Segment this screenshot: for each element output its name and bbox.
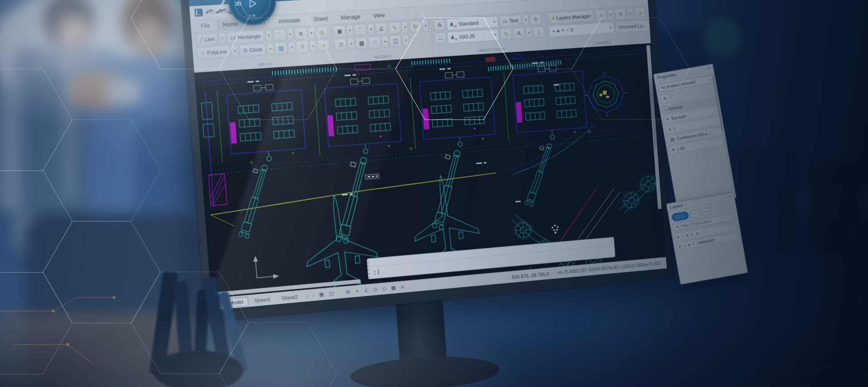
next-sheet-button[interactable]: › (311, 292, 316, 298)
layers-toggle[interactable]: ◯◯ (671, 211, 689, 222)
rectangle-dropdown[interactable]: A⊘▾ (265, 29, 272, 42)
text-style-select[interactable]: A⊘Standard▾ (446, 16, 499, 31)
split-view-icon[interactable]: ◫ (327, 290, 336, 297)
mirror-dropdown[interactable]: A⊘▾ (402, 34, 410, 47)
copy-dropdown[interactable]: A⊘▾ (346, 24, 354, 37)
ring-button[interactable]: A⊘◎▾ (316, 26, 328, 39)
copy-button[interactable]: A⊘▣▾ (333, 25, 346, 38)
app-icon (194, 9, 203, 17)
rotate-dropdown[interactable]: A⊘▾ (422, 20, 429, 32)
layer-new-button[interactable]: A⊘≡▾ (594, 9, 607, 21)
polyline-button[interactable]: A⊘∿PolyLine▾ (197, 45, 231, 59)
text-options-button[interactable]: A⊘A▾ (529, 13, 542, 25)
rectangle-button[interactable]: A⊘▭Rectangle▾ (227, 30, 265, 44)
move-button[interactable]: A⊘∷▾ (368, 36, 381, 49)
erase-dropdown[interactable]: A⊘▾ (401, 21, 409, 33)
layer-freeze-icon: ◆ (557, 28, 560, 33)
layer-visible-icon: ● (552, 29, 555, 33)
line-button[interactable]: A⊘╱Line▾ (196, 33, 218, 46)
polar-icon[interactable]: ∠ (362, 287, 371, 294)
leader-button[interactable]: A⊘✎▾ (500, 28, 512, 40)
text-dropdown[interactable]: A⊘▾ (522, 14, 529, 26)
polyline-dropdown[interactable]: A⊘▾ (231, 45, 238, 57)
select-cursor-button[interactable]: ↖ (660, 93, 671, 104)
erase-button[interactable]: A⊘✎▾ (388, 22, 401, 34)
esnap-icon[interactable]: ⊙ (371, 286, 380, 293)
tab-file[interactable]: File (194, 20, 217, 32)
fillet-button[interactable]: A⊘⌒▾ (354, 24, 367, 36)
smart-dimension-button[interactable]: A⊘↔▾ (434, 32, 447, 45)
arc-dropdown[interactable]: A⊘▾ (287, 28, 294, 40)
grid-view-icon[interactable]: ▦ (317, 291, 326, 298)
coordinates-readout: 609.876,-28.785,0 (508, 271, 553, 280)
note-button[interactable]: A⊘A▾ (434, 19, 446, 32)
chair-2 (809, 160, 861, 255)
panel-menu-icon[interactable]: ≡ (708, 66, 711, 71)
tab-view[interactable]: View (367, 9, 391, 22)
text-button[interactable]: A⊘▭Text▾ (499, 14, 522, 28)
layer-lock-dropdown[interactable]: A⊘▾ (646, 6, 653, 18)
tab-annotate[interactable]: Annotate (272, 14, 307, 28)
point-dropdown[interactable]: A⊘▾ (309, 40, 316, 52)
search-icon (675, 225, 679, 229)
new-layer-button[interactable]: ≡ (690, 209, 701, 218)
command-scroll[interactable]: ▴▾ (609, 237, 614, 245)
more-draw-button[interactable]: A⊘▾▾ (317, 39, 330, 52)
fillet-dropdown[interactable]: A⊘▾ (368, 23, 375, 35)
layer-new-dropdown[interactable]: A⊘▾ (607, 9, 614, 21)
circle-dropdown[interactable]: A⊘▾ (267, 42, 274, 55)
pattern-button[interactable]: A⊘▦▾ (355, 37, 368, 50)
chamfer-button[interactable]: A⊘∠▾ (375, 23, 388, 35)
ellipse-button[interactable]: A⊘⊚▾ (294, 27, 307, 40)
layer-freeze-button[interactable]: A⊘≡▾ (614, 8, 626, 20)
annotation-dropdown[interactable]: A⊘▾ (525, 27, 532, 39)
chair-1 (737, 147, 798, 255)
layers-title: Layers (670, 203, 683, 210)
layer-freeze-dropdown[interactable]: A⊘▾ (627, 8, 634, 19)
command-prompt: : (373, 269, 377, 276)
point-pattern-button[interactable]: A⊘⠿▾ (296, 41, 309, 53)
layer-state-box[interactable]: Unsaved La... (615, 19, 654, 33)
chevron-down-icon: ▾ (610, 26, 612, 29)
badge-3d-label: 3D (235, 1, 241, 6)
chevron-down-icon: ▾ (708, 78, 710, 81)
hatch-dropdown[interactable]: A⊘▾ (288, 41, 295, 53)
ellipse-dropdown[interactable]: A⊘▾ (308, 27, 315, 39)
layer-print-icon: ○ (566, 28, 569, 33)
line-dropdown[interactable]: A⊘▾ (219, 32, 226, 44)
layer-edit-icon: ✎ (561, 28, 565, 33)
lineweight-icon[interactable]: ▦ (389, 284, 398, 291)
sheet2-tab[interactable]: Sheet2 (276, 292, 303, 303)
snap-icon[interactable]: + (353, 288, 362, 295)
current-layer-select[interactable]: ● ◆ ✎ ○ 0 ▾ (549, 22, 615, 37)
ribbon-section-annotation: A⊘A▾A⊘Standard▾A⊘▭Text▾A⊘▾A⊘A▾ A⊘↔▾A⊘ISO… (431, 13, 549, 57)
sheet1-tab[interactable]: Sheet1 (249, 294, 276, 306)
stretch-button[interactable]: A⊘⊐▾ (334, 38, 347, 51)
stretch-dropdown[interactable]: A⊘▾ (348, 38, 355, 50)
tab-sheet[interactable]: Sheet (307, 13, 334, 25)
options-icon[interactable]: ≡ (398, 284, 407, 291)
etrack-icon[interactable]: ◇ (380, 285, 389, 292)
tab-manage[interactable]: Manage (334, 11, 367, 24)
chevron-down-icon: ▾ (665, 108, 666, 111)
circle-button[interactable]: A⊘⊙Circle▾ (239, 43, 266, 57)
arc-button[interactable]: A⊘⌒▾ (273, 28, 286, 41)
plant (703, 18, 741, 57)
properties-title: Properties (656, 72, 677, 80)
annotation-more-button[interactable]: A⊘⋮▾ (533, 26, 545, 38)
align-annotation-button[interactable]: A⊘A▾ (513, 27, 525, 39)
layers-manager-button[interactable]: A⊘≡Layers Manager▾ (548, 10, 594, 24)
xdraftsight-app: xDraftSight FileHomeInsertAnnotateSheetM… (189, 0, 667, 310)
dimension-style-select[interactable]: A⊘ISO-25▾ (447, 29, 500, 44)
drawing-area[interactable]: ◂ ▴▾ : (194, 43, 666, 298)
monitor: ▾ ? ↻ × xDraftSigh (180, 0, 675, 322)
close-icon[interactable]: × (729, 194, 732, 199)
rotate-button[interactable]: A⊘↻▾ (409, 20, 422, 33)
move-dropdown[interactable]: A⊘▾ (382, 36, 389, 48)
mirror-button[interactable]: A⊘◫▾ (389, 35, 402, 47)
hatch-button[interactable]: A⊘▨▾ (275, 42, 288, 55)
grid-icon[interactable]: ⊞ (344, 288, 352, 295)
prev-sheet-button[interactable]: ‹ (305, 293, 310, 299)
layer-options-button[interactable]: ≡▾ (701, 207, 712, 216)
layer-lock-button[interactable]: A⊘≡▾ (634, 7, 646, 19)
